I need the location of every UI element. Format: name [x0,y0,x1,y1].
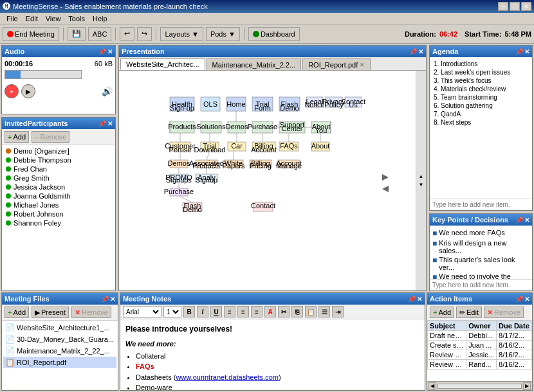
notes-link[interactable]: www.ourintranet.datasheets.com [176,373,279,381]
tab-close-icon[interactable]: ✕ [360,62,365,68]
align-left-button[interactable]: ≡ [224,306,235,317]
play-button[interactable]: ▶ [21,84,35,98]
keypoints-add-input[interactable] [430,279,532,290]
undo-button[interactable]: ↩ [120,27,134,41]
tab-roi-report[interactable]: ROI_Report.pdf ✕ [302,58,371,70]
list-item[interactable]: 📄 WebsiteSite_Architecture1_... [3,322,116,334]
list-item[interactable]: 3. This week's focus [432,76,529,85]
list-item[interactable]: ■ We need more FAQs [432,228,529,238]
layouts-button[interactable]: Layouts ▼ [160,27,203,41]
list-item[interactable]: 📄 30-Day_Money_Back_Guara... [3,334,116,345]
menu-help[interactable]: Help [89,15,111,22]
menu-view[interactable]: View [42,15,65,22]
underline-button[interactable]: U [210,306,222,317]
list-item[interactable]: Joanna Goldsmith [2,192,115,200]
list-item[interactable]: Shannon Foley [2,218,115,227]
list-item[interactable]: 📄 Maintenance_Matrix_2_22_... [3,345,116,357]
table-row[interactable]: Draft new ... Debbi... 8/17/2... [428,331,532,341]
font-family-select[interactable]: Arial [123,306,161,317]
scroll-right-arrow[interactable]: ▶ [523,382,531,390]
remove-file-button[interactable]: ✕ Remove [71,307,111,318]
notes-content[interactable]: Please introduce yourselves! We need mor… [120,319,425,390]
presentation-close-icon[interactable]: ✕ [418,48,423,55]
list-item[interactable]: Greg Smith [2,174,115,183]
menu-file[interactable]: File [3,15,22,22]
list-item[interactable]: 1. Introductions [432,60,529,68]
audio-close-icon[interactable]: ✕ [107,48,113,55]
tab-maintenance[interactable]: Maintenance_Matrix_2.2... [207,58,302,70]
list-item[interactable]: ■ We need to involve the SEs... [432,272,529,279]
indent-button[interactable]: ⇥ [332,306,344,317]
font-size-select[interactable]: 10 [163,306,181,317]
present-file-button[interactable]: ▶ Present [32,307,69,318]
agenda-pin-icon[interactable]: 📌 [515,48,523,55]
keypoints-close-icon[interactable]: ✕ [524,217,529,224]
files-pin-icon[interactable]: 📌 [101,296,109,303]
cut-button[interactable]: ✂ [278,306,290,317]
list-item[interactable]: Robert Johnson [2,209,115,218]
list-item[interactable]: 📋 ROI_Report.pdf [3,357,116,368]
list-button[interactable]: ☰ [318,306,330,317]
table-row[interactable]: Review pitc... Jessic... 8/16/2... [428,350,532,360]
scroll-left-arrow[interactable]: ◀ [428,382,436,390]
scroll-up-icon[interactable]: ▲ [419,174,424,179]
record-button[interactable]: ● [5,84,19,98]
list-item[interactable]: Debbie Thompson [2,156,115,165]
align-center-button[interactable]: ≡ [237,306,249,317]
participants-pin-icon[interactable]: 📌 [98,120,106,127]
list-item[interactable]: 4. Materials check/review [432,85,529,93]
redo-button[interactable]: ↪ [137,27,152,41]
list-item[interactable]: 2. Last week's open issues [432,68,529,76]
action-pin-icon[interactable]: 📌 [515,296,523,303]
add-action-button[interactable]: + Add [430,307,454,318]
notes-pin-icon[interactable]: 📌 [408,296,416,303]
action-table-scroll[interactable]: Subject Owner Due Date Draft new ... Deb… [427,321,532,381]
list-item[interactable]: 8. Next steps [432,118,529,127]
list-item[interactable]: Michael Jones [2,200,115,209]
list-item[interactable]: 6. Solution gathering [432,102,529,110]
list-item[interactable]: Jessica Jackson [2,183,115,192]
scroll-track[interactable] [437,384,522,389]
presentation-pin-icon[interactable]: 📌 [409,48,417,55]
keypoints-pin-icon[interactable]: 📌 [515,217,523,224]
add-participant-button[interactable]: + Add [5,131,29,143]
paste-button[interactable]: 📋 [305,306,317,317]
menu-edit[interactable]: Edit [22,15,42,22]
files-close-icon[interactable]: ✕ [110,296,115,303]
align-right-button[interactable]: ≡ [251,306,262,317]
spellcheck-button[interactable]: ABC [88,27,112,41]
minimize-button[interactable]: ─ [498,2,508,11]
close-button[interactable]: ✕ [521,2,531,11]
remove-participant-button[interactable]: − Remove [32,131,69,143]
list-item[interactable]: 7. QandA [432,110,529,118]
list-item[interactable]: ■ This quarter's sales look ver... [432,255,529,272]
participants-close-icon[interactable]: ✕ [107,120,113,127]
list-item[interactable]: Fred Chan [2,165,115,174]
notes-close-icon[interactable]: ✕ [417,296,422,303]
list-item[interactable]: 5. Team brainstorming [432,93,529,102]
pods-button[interactable]: Pods ▼ [206,27,240,41]
tab-website[interactable]: WebsiteSite_Architec... [120,58,205,70]
action-close-icon[interactable]: ✕ [524,296,529,303]
table-row[interactable]: Review pitc... Rand... 8/16/2... [428,360,532,370]
add-file-button[interactable]: + Add [5,307,29,318]
agenda-add-input[interactable] [430,199,532,210]
maximize-button[interactable]: □ [510,2,520,11]
font-color-button[interactable]: A [264,306,276,317]
audio-pin-icon[interactable]: 📌 [98,48,106,55]
volume-icon[interactable]: 🔊 [102,86,113,96]
bold-button[interactable]: B [183,306,195,317]
edit-action-button[interactable]: ✏ Edit [456,307,482,318]
list-item[interactable]: Demo [Organizer] [2,147,115,156]
copy-button[interactable]: ⎘ [291,306,303,317]
menu-tools[interactable]: Tools [64,15,89,22]
italic-button[interactable]: I [197,306,208,317]
scroll-down-icon[interactable]: ▼ [419,182,424,188]
remove-action-button[interactable]: ✕ Remove [484,307,524,318]
end-meeting-button[interactable]: End Meeting [3,27,59,41]
list-item[interactable]: ■ Kris will design a new sales... [432,238,529,255]
agenda-close-icon[interactable]: ✕ [524,48,529,55]
dashboard-button[interactable]: Dashboard [248,27,300,41]
table-row[interactable]: Create sale... Juan ... 8/16/2... [428,341,532,350]
save-button[interactable]: 💾 [68,27,86,41]
